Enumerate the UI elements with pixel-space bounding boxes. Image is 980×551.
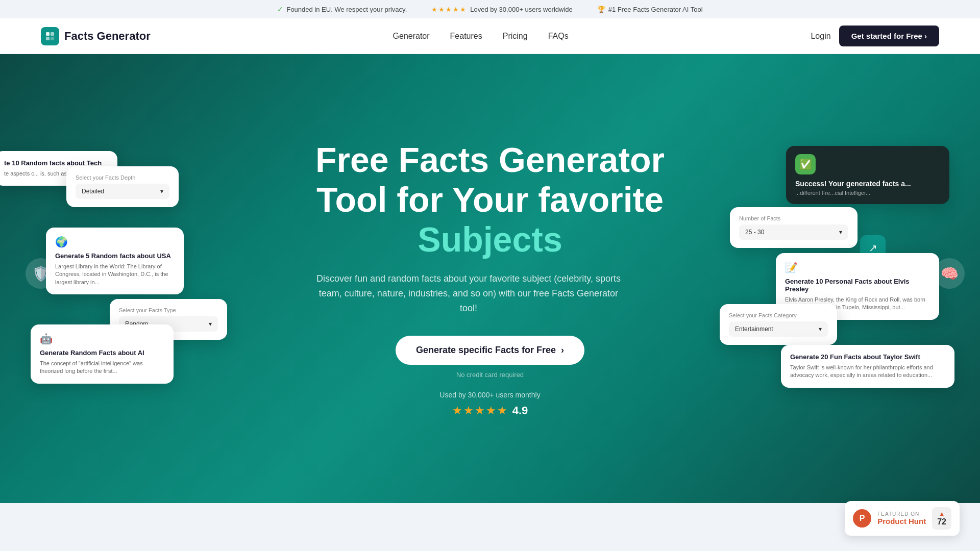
shield-decoration: 🛡️ bbox=[26, 258, 56, 289]
generate-cta-button[interactable]: Generate specific Facts for Free › bbox=[396, 336, 584, 365]
card-ai-text: The concept of "artificial intelligence"… bbox=[40, 360, 164, 375]
product-hunt-badge[interactable]: P FEATURED ON Product Hunt ▲ 72 bbox=[845, 501, 960, 536]
banner-top-tool: 🏆 #1 Free Facts Generator AI Tool bbox=[597, 6, 703, 13]
used-by-text: Used by 30,000+ users monthly bbox=[315, 391, 665, 399]
svg-rect-2 bbox=[46, 37, 50, 40]
hero-title-highlight: Subjects bbox=[418, 220, 562, 259]
card-category: Select your Facts Category Entertainment… bbox=[720, 304, 837, 345]
card-depth: Select your Facts Depth Detailed ▾ bbox=[66, 166, 179, 207]
rating-score: 4.9 bbox=[512, 404, 528, 417]
banner-privacy: ✓ Founded in EU. We respect your privacy… bbox=[277, 5, 407, 13]
nav-pricing[interactable]: Pricing bbox=[503, 32, 528, 41]
product-hunt-text: FEATURED ON Product Hunt bbox=[877, 511, 926, 525]
card-type-label: Select your Facts Type bbox=[119, 307, 218, 313]
card-partial-left: te 10 Random facts about Tech te aspects… bbox=[0, 151, 117, 186]
card-usa-title: Generate 5 Random facts about USA bbox=[55, 252, 175, 260]
svg-rect-0 bbox=[46, 32, 50, 36]
logo-icon bbox=[41, 27, 59, 45]
card-depth-select[interactable]: Detailed ▾ bbox=[76, 184, 169, 199]
stars-icon: ★★★★★ bbox=[431, 6, 467, 13]
nav-right: Login Get started for Free › bbox=[811, 26, 939, 46]
card-usa-text: Largest Library in the World: The Librar… bbox=[55, 263, 175, 286]
product-hunt-featured-label: FEATURED ON bbox=[877, 511, 926, 517]
nav-links: Generator Features Pricing FAQs bbox=[393, 32, 569, 41]
card-ai: 🤖 Generate Random Facts about AI The con… bbox=[31, 324, 174, 384]
login-button[interactable]: Login bbox=[811, 32, 830, 41]
nav-features[interactable]: Features bbox=[450, 32, 482, 41]
chevron-down-icon-numfacts: ▾ bbox=[839, 229, 842, 236]
card-taylor-title: Generate 20 Fun Facts about Taylor Swift bbox=[790, 353, 945, 361]
check-icon: ✅ bbox=[795, 154, 816, 174]
card-success: ✅ Success! Your generated facts a... ...… bbox=[786, 146, 949, 204]
card-ai-icon: 🤖 bbox=[40, 333, 53, 345]
trophy-icon: 🏆 bbox=[597, 6, 605, 13]
rating-stars: ★★★★★ bbox=[452, 404, 508, 417]
upvote-arrow-icon: ▲ bbox=[937, 510, 946, 517]
no-credit-card-text: No credit card required bbox=[315, 371, 665, 379]
hero-center: Free Facts Generator Tool for Your favor… bbox=[315, 140, 665, 418]
logo[interactable]: Facts Generator bbox=[41, 27, 151, 45]
card-category-label: Select your Facts Category bbox=[729, 312, 828, 318]
card-numfacts-label: Number of Facts bbox=[739, 215, 848, 221]
card-partial-text: te aspects c... is, such as i... bbox=[4, 170, 108, 178]
upvote-count: 72 bbox=[937, 517, 946, 527]
card-taylor: Generate 20 Fun Facts about Taylor Swift… bbox=[781, 345, 954, 388]
card-type: Select your Facts Type Random ▾ bbox=[110, 299, 227, 340]
card-usa-icon: 🌍 bbox=[55, 236, 68, 248]
chevron-down-icon-type: ▾ bbox=[209, 320, 212, 328]
product-hunt-logo: P bbox=[853, 509, 871, 528]
hero-title: Free Facts Generator Tool for Your favor… bbox=[315, 140, 665, 260]
arrow-right-icon: › bbox=[561, 345, 564, 356]
svg-rect-3 bbox=[51, 37, 54, 40]
chevron-down-icon-category: ▾ bbox=[819, 325, 822, 333]
card-partial-title: te 10 Random facts about Tech bbox=[4, 159, 108, 167]
brain-decoration: 🧠 bbox=[934, 258, 965, 289]
card-ai-title: Generate Random Facts about AI bbox=[40, 349, 164, 357]
chevron-down-icon: ▾ bbox=[160, 188, 163, 195]
card-elvis-text: Elvis Aaron Presley, the King of Rock an… bbox=[785, 296, 930, 312]
card-taylor-text: Taylor Swift is well-known for her phila… bbox=[790, 364, 945, 380]
product-hunt-count: ▲ 72 bbox=[932, 507, 951, 530]
card-elvis: 📝 Generate 10 Personal Facts about Elvis… bbox=[776, 253, 939, 320]
navbar: Facts Generator Generator Features Prici… bbox=[0, 18, 980, 54]
hero-description: Discover fun and random facts about your… bbox=[315, 271, 622, 315]
hero-section: te 10 Random facts about Tech te aspects… bbox=[0, 54, 980, 503]
nav-faqs[interactable]: FAQs bbox=[548, 32, 569, 41]
arrow-decoration: ↗ bbox=[860, 235, 886, 261]
card-numfacts: Number of Facts 25 - 30 ▾ bbox=[730, 207, 857, 248]
card-depth-label: Select your Facts Depth bbox=[76, 174, 169, 181]
card-elvis-icon: 📝 bbox=[785, 261, 798, 273]
product-hunt-name: Product Hunt bbox=[877, 517, 926, 525]
card-type-select[interactable]: Random ▾ bbox=[119, 316, 218, 332]
card-elvis-title: Generate 10 Personal Facts about Elvis P… bbox=[785, 278, 930, 293]
logo-text: Facts Generator bbox=[64, 30, 151, 43]
card-usa: 🌍 Generate 5 Random facts about USA Larg… bbox=[46, 228, 184, 294]
card-success-title: Success! Your generated facts a... bbox=[795, 180, 940, 188]
card-numfacts-select[interactable]: 25 - 30 ▾ bbox=[739, 224, 848, 240]
get-started-button[interactable]: Get started for Free › bbox=[839, 26, 939, 46]
rating: ★★★★★ 4.9 bbox=[315, 404, 665, 417]
nav-generator[interactable]: Generator bbox=[393, 32, 430, 41]
card-category-select[interactable]: Entertainment ▾ bbox=[729, 321, 828, 337]
card-success-sub: ...different Fre...cial Intelliger... bbox=[795, 190, 940, 196]
svg-rect-1 bbox=[51, 32, 54, 36]
banner-loved: ★★★★★ Loved by 30,000+ users worldwide bbox=[431, 6, 573, 13]
shield-icon: ✓ bbox=[277, 5, 283, 13]
top-banner: ✓ Founded in EU. We respect your privacy… bbox=[0, 0, 980, 18]
